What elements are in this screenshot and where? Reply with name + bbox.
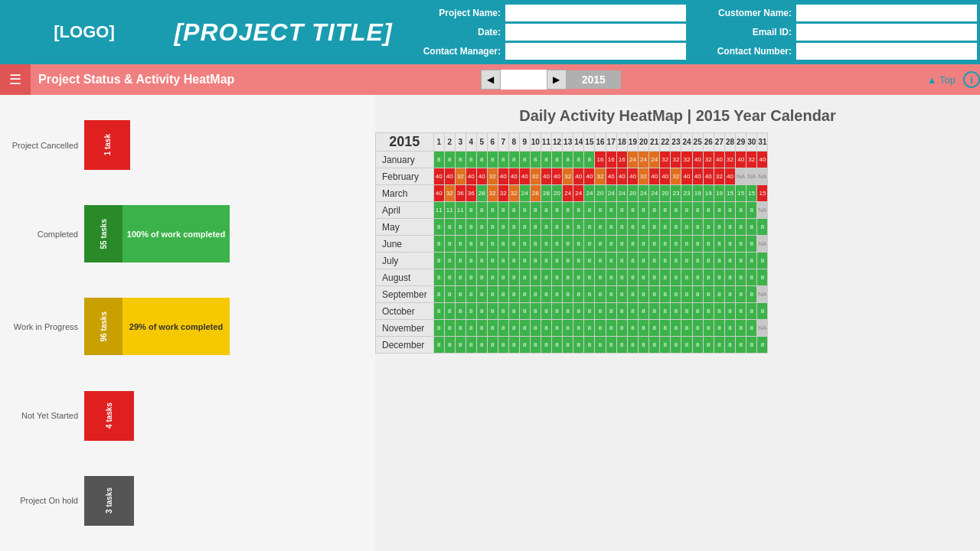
contact-number-value xyxy=(796,43,977,60)
chevron-right-icon: ▶ xyxy=(553,74,560,85)
header-info-right: Customer Name: Email ID: Contact Number: xyxy=(689,0,980,64)
project-title: [PROJECT TITLE] xyxy=(174,18,392,47)
info-button[interactable]: i xyxy=(963,71,980,88)
top-button[interactable]: ▲ Top xyxy=(927,74,963,86)
year-display: 2015 xyxy=(567,70,621,89)
bar-row-nys: Not Yet Started 4 tasks xyxy=(0,391,368,441)
bar-task-label-nys: 4 tasks xyxy=(103,399,115,432)
bar-cancelled: 1 task xyxy=(84,120,130,170)
bar-nys: 4 tasks xyxy=(84,391,134,441)
contact-manager-row: Contact Manager: xyxy=(398,42,689,61)
project-name-value xyxy=(505,5,686,21)
bar-label-onhold: Project On hold xyxy=(0,496,84,505)
customer-name-label: Customer Name: xyxy=(689,8,796,18)
bar-row-completed: Completed 55 tasks 100% of work complete… xyxy=(0,205,368,262)
email-value xyxy=(796,24,977,41)
bar-container-onhold: 3 tasks xyxy=(84,476,134,526)
bar-task-label-wip: 96 tasks xyxy=(98,308,109,344)
info-icon: i xyxy=(970,74,973,86)
date-value xyxy=(505,24,686,41)
toolbar-nav: ◀ ▶ 2015 ▲ Top i xyxy=(481,70,980,90)
bar-container-wip: 96 tasks 29% of work completed xyxy=(84,298,230,355)
nav-input xyxy=(501,70,547,90)
email-label: Email ID: xyxy=(689,27,796,37)
heatmap-panel: Daily Activity HeatMap | 2015 Year Calen… xyxy=(375,95,980,551)
nav-next-button[interactable]: ▶ xyxy=(547,70,567,90)
bar-row-wip: Work in Progress 96 tasks 29% of work co… xyxy=(0,298,368,355)
bar-completed-pct: 100% of work completed xyxy=(122,205,230,262)
bar-wip-main: 96 tasks xyxy=(84,298,122,355)
contact-manager-label: Contact Manager: xyxy=(398,46,505,57)
nav-prev-button[interactable]: ◀ xyxy=(481,70,501,90)
bar-onhold: 3 tasks xyxy=(84,476,134,526)
contact-number-label: Contact Number: xyxy=(689,46,796,57)
bar-task-label-onhold: 3 tasks xyxy=(103,484,115,517)
status-chart: Project Cancelled 1 task Completed 55 ta… xyxy=(0,95,375,551)
contact-number-row: Contact Number: xyxy=(689,42,980,61)
bar-label-wip: Work in Progress xyxy=(0,322,84,331)
bar-container-completed: 55 tasks 100% of work completed xyxy=(84,205,230,262)
bar-row-cancelled: Project Cancelled 1 task xyxy=(0,120,368,170)
email-row: Email ID: xyxy=(689,22,980,41)
logo-text: [LOGO] xyxy=(54,22,114,42)
title-area: [PROJECT TITLE] xyxy=(168,0,398,64)
bar-completed-main: 55 tasks xyxy=(84,205,122,262)
heatmap-title: Daily Activity HeatMap | 2015 Year Calen… xyxy=(375,95,980,132)
header-info: Project Name: Date: Contact Manager: Cus… xyxy=(398,0,980,64)
bar-task-label-completed: 55 tasks xyxy=(98,216,109,252)
heatmap-table: 2015123456789101112131415161718192021222… xyxy=(375,132,768,354)
toolbar-title: Project Status & Activity HeatMap xyxy=(31,73,481,86)
customer-name-row: Customer Name: xyxy=(689,3,980,22)
heatmap-container[interactable]: 2015123456789101112131415161718192021222… xyxy=(375,132,980,543)
top-label: ▲ Top xyxy=(927,74,956,86)
bar-label-nys: Not Yet Started xyxy=(0,411,84,420)
bar-container-nys: 4 tasks xyxy=(84,391,134,441)
menu-button[interactable]: ☰ xyxy=(0,64,31,95)
bar-wip-pct: 29% of work completed xyxy=(122,298,230,355)
bar-label-cancelled: Project Cancelled xyxy=(0,141,84,150)
menu-icon: ☰ xyxy=(9,71,21,88)
bar-container-cancelled: 1 task xyxy=(84,120,130,170)
chevron-left-icon: ◀ xyxy=(487,74,494,85)
bar-label-completed: Completed xyxy=(0,230,84,239)
main-content: Project Cancelled 1 task Completed 55 ta… xyxy=(0,95,980,551)
logo-area: [LOGO] xyxy=(0,0,168,64)
date-label: Date: xyxy=(398,27,505,37)
bar-row-onhold: Project On hold 3 tasks xyxy=(0,476,368,526)
bar-task-label-cancelled: 1 task xyxy=(102,131,113,158)
date-row: Date: xyxy=(398,22,689,41)
toolbar: ☰ Project Status & Activity HeatMap ◀ ▶ … xyxy=(0,64,980,95)
header-info-left: Project Name: Date: Contact Manager: xyxy=(398,0,689,64)
contact-manager-value xyxy=(505,43,686,60)
header: [LOGO] [PROJECT TITLE] Project Name: Dat… xyxy=(0,0,980,64)
customer-name-value xyxy=(796,5,977,21)
project-name-label: Project Name: xyxy=(398,8,505,18)
project-name-row: Project Name: xyxy=(398,3,689,22)
